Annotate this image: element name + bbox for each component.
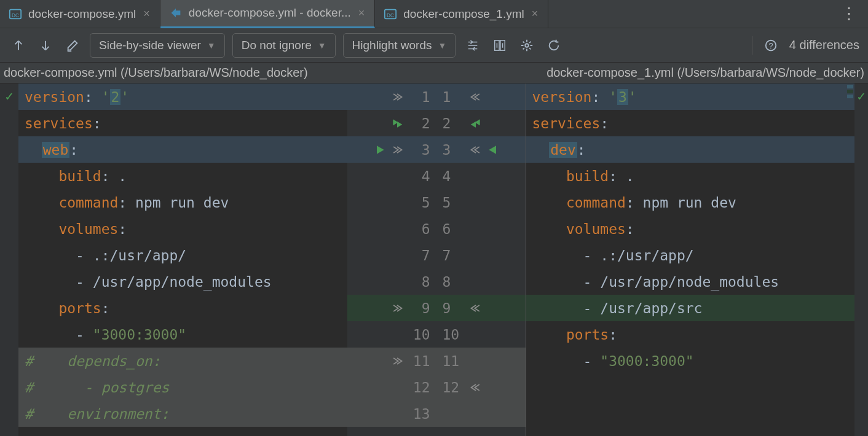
- right-editor-pane[interactable]: version: '3'services: dev: build: . comm…: [526, 84, 855, 436]
- merge-left-icon[interactable]: [470, 381, 482, 394]
- gutter-row: 99: [347, 295, 526, 321]
- right-line-number: 2: [443, 115, 465, 131]
- left-line-number: 6: [408, 221, 430, 237]
- code-line[interactable]: dev:: [526, 136, 855, 163]
- close-icon[interactable]: ×: [357, 7, 366, 20]
- play-icon[interactable]: [374, 144, 386, 156]
- code-line[interactable]: # depends_on:: [18, 348, 347, 374]
- code-line[interactable]: build: .: [526, 163, 855, 189]
- check-icon: ✓: [854, 84, 868, 109]
- close-icon[interactable]: ×: [142, 7, 151, 20]
- run-green-r-icon[interactable]: [470, 117, 482, 130]
- merge-left-icon[interactable]: [470, 91, 482, 103]
- run-green-icon[interactable]: [391, 117, 403, 130]
- code-line[interactable]: - /usr/app/src: [526, 295, 855, 321]
- code-line[interactable]: - /usr/app/node_modules: [18, 268, 347, 295]
- code-line[interactable]: command: npm run dev: [18, 189, 347, 216]
- left-line-number: 11: [408, 353, 430, 369]
- code-line[interactable]: version: '2': [18, 84, 347, 110]
- right-line-number: 1: [443, 89, 465, 105]
- highlight-mode-selector[interactable]: Highlight words ▼: [343, 33, 456, 58]
- right-line-number: 9: [443, 300, 465, 316]
- help-button[interactable]: ?: [761, 36, 781, 55]
- prev-diff-button[interactable]: [9, 36, 28, 55]
- gutter-row: 22: [347, 110, 526, 136]
- diff-icon: [169, 6, 183, 20]
- left-line-number: 4: [408, 168, 430, 184]
- code-line[interactable]: version: '3': [526, 84, 855, 110]
- left-line-number: 9: [408, 300, 430, 316]
- code-line[interactable]: command: npm run dev: [526, 189, 855, 216]
- right-file-path: docker-compose_1.yml (/Users/barbara/WS/…: [434, 66, 868, 80]
- gutter-row: 55: [347, 189, 526, 216]
- code-line[interactable]: - /usr/app/node_modules: [526, 268, 855, 295]
- more-tabs-icon[interactable]: ⋮: [830, 4, 868, 23]
- yaml-file-icon: DC: [9, 7, 22, 21]
- chevron-down-icon: ▼: [318, 41, 326, 50]
- code-line[interactable]: web:: [18, 136, 347, 163]
- svg-text:DC: DC: [12, 12, 19, 18]
- merge-left-icon[interactable]: [470, 302, 482, 314]
- left-line-number: 8: [408, 274, 430, 290]
- code-line[interactable]: - "3000:3000": [526, 348, 855, 374]
- code-line[interactable]: [526, 374, 855, 400]
- diff-viewer: ✓ version: '2'services: web: build: . co…: [0, 84, 868, 436]
- diff-count: 4 differences: [789, 38, 859, 52]
- code-line[interactable]: ports:: [526, 321, 855, 348]
- code-line[interactable]: - .:/usr/app/: [18, 242, 347, 268]
- tab-label: docker-compose_1.yml: [403, 7, 524, 21]
- merge-left-icon[interactable]: [470, 144, 482, 156]
- code-line[interactable]: volumes:: [18, 216, 347, 242]
- sync-scroll-button[interactable]: [490, 36, 510, 55]
- merge-right-icon[interactable]: [391, 91, 403, 103]
- tab-diff[interactable]: docker-compose.yml - docker... ×: [160, 0, 376, 28]
- next-diff-button[interactable]: [36, 36, 55, 55]
- refresh-button[interactable]: [544, 36, 564, 55]
- svg-point-6: [526, 44, 529, 47]
- line-number-gutter: 11223344556677889910101111121213: [347, 84, 526, 436]
- code-line[interactable]: ports:: [18, 295, 347, 321]
- code-line[interactable]: volumes:: [526, 216, 855, 242]
- left-line-number: 1: [408, 89, 430, 105]
- left-editor-pane[interactable]: version: '2'services: web: build: . comm…: [18, 84, 347, 436]
- merge-right-icon[interactable]: [391, 144, 403, 156]
- code-line[interactable]: services:: [526, 110, 855, 136]
- gutter-row: 88: [347, 268, 526, 295]
- tab-compose[interactable]: DC docker-compose.yml ×: [0, 0, 160, 28]
- left-line-number: 12: [408, 380, 430, 395]
- chevron-down-icon: ▼: [207, 41, 216, 50]
- editor-tabs: DC docker-compose.yml × docker-compose.y…: [0, 0, 868, 28]
- code-line[interactable]: build: .: [18, 163, 347, 189]
- edit-icon[interactable]: [63, 36, 82, 55]
- tab-label: docker-compose.yml - docker...: [189, 6, 351, 20]
- code-line[interactable]: services:: [18, 110, 347, 136]
- gutter-row: 1212: [347, 374, 526, 400]
- left-line-number: 3: [408, 142, 430, 158]
- left-file-path: docker-compose.yml (/Users/barbara/WS/no…: [0, 66, 434, 80]
- code-line[interactable]: # environment:: [18, 400, 347, 427]
- right-line-number: 3: [443, 142, 465, 158]
- right-gutter: ✓: [854, 84, 868, 436]
- gutter-row: 66: [347, 216, 526, 242]
- play-r-icon[interactable]: [487, 144, 499, 156]
- gutter-row: 33: [347, 136, 526, 163]
- code-line[interactable]: - "3000:3000": [18, 321, 347, 348]
- viewer-mode-selector[interactable]: Side-by-side viewer ▼: [90, 33, 225, 58]
- close-icon[interactable]: ×: [531, 7, 540, 20]
- settings-button[interactable]: [517, 36, 537, 55]
- gutter-row: 1111: [347, 348, 526, 374]
- selector-label: Side-by-side viewer: [99, 39, 201, 52]
- tab-compose-1[interactable]: DC docker-compose_1.yml ×: [375, 0, 548, 28]
- right-line-number: 12: [443, 380, 465, 395]
- gutter-row: 1010: [347, 321, 526, 348]
- gutter-row: 77: [347, 242, 526, 268]
- right-line-number: 11: [443, 353, 465, 369]
- code-line[interactable]: # - postgres: [18, 374, 347, 400]
- ignore-mode-selector[interactable]: Do not ignore ▼: [232, 33, 336, 58]
- merge-right-icon[interactable]: [391, 355, 403, 367]
- collapse-unchanged-button[interactable]: [463, 36, 483, 55]
- gutter-row: 11: [347, 84, 526, 110]
- merge-right-icon[interactable]: [391, 302, 403, 314]
- separator: [752, 36, 752, 55]
- code-line[interactable]: - .:/usr/app/: [526, 242, 855, 268]
